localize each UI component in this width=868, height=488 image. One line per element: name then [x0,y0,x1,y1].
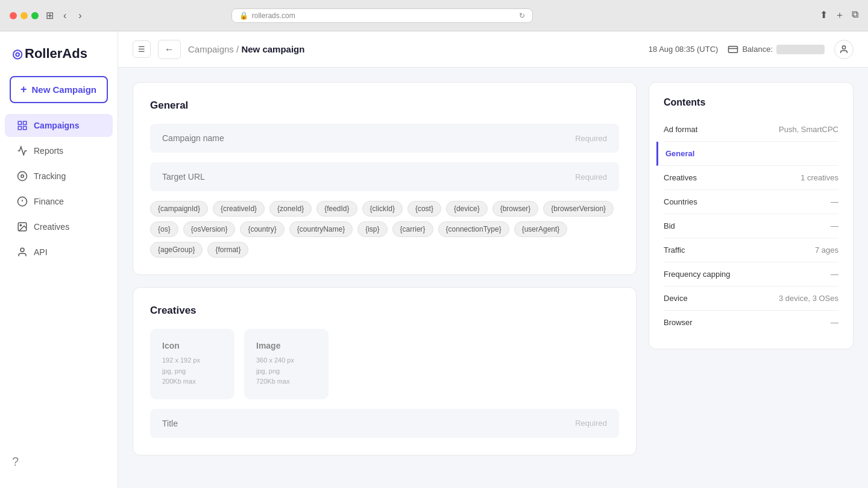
contents-item-value: — [831,197,838,206]
finance-icon [17,196,28,207]
image-creative-card[interactable]: Image 360 x 240 px jpg, png 720Kb max [244,329,329,399]
breadcrumb-parent: Campaigns [188,44,234,54]
close-button[interactable] [10,12,17,19]
topbar-menu-button[interactable]: ☰ [133,40,151,58]
topbar-back-button[interactable]: ← [158,40,181,59]
contents-item-value: 7 ages [815,246,838,255]
sidebar-item-finance[interactable]: Finance [5,190,113,213]
share-icon[interactable]: ⬆ [820,9,828,22]
contents-item-label: Frequency capping [664,270,731,279]
sidebar-item-reports[interactable]: Reports [5,139,113,162]
icon-creative-card[interactable]: Icon 192 x 192 px jpg, png 200Kb max [150,329,234,399]
lock-icon: 🔒 [239,11,248,20]
tag-item[interactable]: {cost} [407,201,441,217]
contents-item-device[interactable]: Device3 device, 3 OSes [664,287,838,311]
contents-item-label: Countries [664,197,697,206]
creative-title-field[interactable]: Required [150,409,619,438]
icon-card-size: 192 x 192 px jpg, png 200Kb max [162,355,222,387]
tag-item[interactable]: {countryName} [289,221,353,237]
datetime-display: 18 Aug 08:35 (UTC) [649,45,719,54]
sidebar-item-api[interactable]: API [5,241,113,264]
svg-point-4 [18,172,27,181]
tag-item[interactable]: {isp} [357,221,387,237]
minimize-button[interactable] [20,12,28,19]
breadcrumb: Campaigns / New campaign [188,44,304,54]
general-section: General Required Required {campaignId}{c… [133,82,637,275]
contents-item-traffic[interactable]: Traffic7 ages [664,238,838,262]
tag-item[interactable]: {zoneId} [269,201,312,217]
contents-item-countries[interactable]: Countries— [664,190,838,214]
tags-area: {campaignId}{creativeId}{zoneId}{feedId}… [150,201,619,258]
forward-browser-button[interactable]: › [76,8,84,24]
contents-panel-title: Contents [664,97,838,108]
contents-item-bid[interactable]: Bid— [664,214,838,238]
tag-item[interactable]: {userAgent} [514,221,568,237]
image-card-size: 360 x 240 px jpg, png 720Kb max [256,355,316,387]
new-campaign-button[interactable]: + New Campaign [10,76,108,103]
contents-panel: Contents Ad formatPush, SmartCPCGeneralC… [649,82,854,349]
sidebar-item-campaigns[interactable]: Campaigns [5,114,113,137]
new-campaign-label: New Campaign [32,84,97,95]
creative-title-input[interactable] [162,419,575,428]
svg-point-14 [842,46,845,49]
tag-item[interactable]: {creativeId} [213,201,265,217]
tag-item[interactable]: {campaignId} [150,201,208,217]
user-icon[interactable] [834,40,854,59]
topbar: ☰ ← Campaigns / New campaign 18 Aug 08:3… [118,31,868,68]
contents-item-ad-format[interactable]: Ad formatPush, SmartCPC [664,118,838,142]
contents-item-label: Ad format [664,125,697,134]
tag-item[interactable]: {device} [446,201,488,217]
back-browser-button[interactable]: ‹ [61,8,69,24]
reload-icon[interactable]: ↻ [519,11,525,20]
tag-item[interactable]: {os} [150,221,178,237]
svg-rect-3 [18,127,21,130]
contents-item-label: Browser [664,318,693,327]
tag-item[interactable]: {browserVersion} [543,201,614,217]
tag-item[interactable]: {country} [240,221,284,237]
creative-title-required: Required [575,419,607,428]
url-bar[interactable]: 🔒 rollerads.com ↻ [231,8,533,23]
breadcrumb-current: New campaign [241,44,304,54]
browser-chrome: ⊞ ‹ › 🔒 rollerads.com ↻ ⬆ ＋ ⧉ [0,0,868,31]
target-url-required: Required [575,173,607,182]
svg-rect-12 [729,46,738,52]
tag-item[interactable]: {clickId} [362,201,403,217]
help-icon[interactable]: ? [12,455,19,468]
tag-item[interactable]: {feedId} [316,201,357,217]
balance-value [776,45,825,54]
contents-item-frequency-capping[interactable]: Frequency capping— [664,262,838,287]
sidebar-item-tracking[interactable]: Tracking [5,165,113,188]
plus-icon: + [20,83,27,96]
balance-icon [728,44,738,55]
sidebar-campaigns-label: Campaigns [34,121,79,130]
contents-item-browser[interactable]: Browser— [664,311,838,334]
sidebar-item-creatives[interactable]: Creatives [5,215,113,238]
contents-item-general[interactable]: General [656,142,838,166]
tracking-icon [17,171,28,182]
tabs-icon[interactable]: ⧉ [852,9,858,22]
contents-item-creatives[interactable]: Creatives1 creatives [664,166,838,190]
campaigns-icon [17,120,28,131]
user-avatar-icon [839,45,849,54]
svg-point-5 [21,175,24,178]
contents-item-value: Push, SmartCPC [779,125,838,134]
sidebar-toggle-button[interactable]: ⊞ [46,10,54,21]
tag-item[interactable]: {browser} [492,201,539,217]
tag-item[interactable]: {osVersion} [183,221,236,237]
sidebar-api-label: API [34,247,48,257]
target-url-field[interactable]: Required [150,162,619,191]
campaign-name-field[interactable]: Required [150,124,619,153]
target-url-input[interactable] [162,172,575,182]
tag-item[interactable]: {connectionType} [438,221,509,237]
tag-item[interactable]: {carrier} [392,221,433,237]
logo-text: RollerAds [25,46,87,62]
campaign-name-input[interactable] [162,133,575,143]
svg-point-10 [20,224,21,226]
creatives-section-title: Creatives [150,305,619,317]
tag-item[interactable]: {format} [207,242,248,258]
maximize-button[interactable] [31,12,39,19]
tag-item[interactable]: {ageGroup} [150,242,203,258]
new-tab-icon[interactable]: ＋ [835,9,844,22]
sidebar-reports-label: Reports [34,146,63,156]
creatives-cards-row: Icon 192 x 192 px jpg, png 200Kb max Ima… [150,329,619,399]
